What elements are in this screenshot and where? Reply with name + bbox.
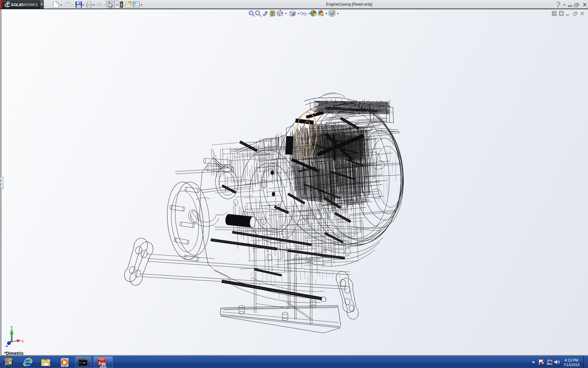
svg-text:2015: 2015 xyxy=(100,365,107,368)
svg-text:4:13 PM: 4:13 PM xyxy=(565,358,579,362)
svg-text:7/13/2015: 7/13/2015 xyxy=(563,363,580,367)
svg-text:C:\: C:\ xyxy=(79,361,84,364)
